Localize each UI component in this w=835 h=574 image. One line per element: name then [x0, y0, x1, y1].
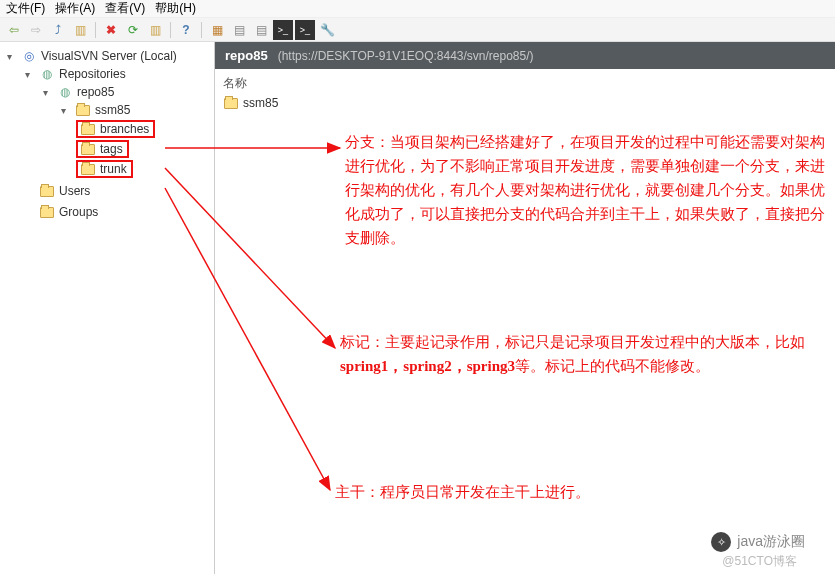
content-title: repo85	[225, 48, 268, 63]
folder-icon	[80, 142, 96, 156]
tool-button[interactable]: 🔧	[317, 20, 337, 40]
tree-branches[interactable]: branches	[76, 120, 155, 138]
folder-icon	[39, 205, 55, 219]
help-button[interactable]: ?	[176, 20, 196, 40]
refresh-button[interactable]: ⟳	[123, 20, 143, 40]
sidebar-tree: ▾ ◎ VisualSVN Server (Local) ▾ ◍ Reposit…	[0, 42, 215, 574]
content-url: (https://DESKTOP-91V1EOQ:8443/svn/repo85…	[278, 49, 534, 63]
annotation-branches: 分支：当项目架构已经搭建好了，在项目开发的过程中可能还需要对架构进行优化，为了不…	[345, 130, 825, 250]
tree-tags-label: tags	[100, 142, 123, 156]
expand-icon: ▾	[7, 51, 17, 62]
folder-icon	[39, 184, 55, 198]
list-item-label: ssm85	[243, 96, 278, 110]
console1-button[interactable]: >_	[273, 20, 293, 40]
menu-help[interactable]: 帮助(H)	[155, 0, 196, 17]
ext3-button[interactable]: ▤	[251, 20, 271, 40]
watermark-source: @51CTO博客	[722, 553, 797, 570]
tree-root[interactable]: ▾ ◎ VisualSVN Server (Local)	[4, 48, 180, 64]
folder-icon	[80, 122, 96, 136]
tree-trunk-label: trunk	[100, 162, 127, 176]
folder2-button[interactable]: ▥	[145, 20, 165, 40]
list-item[interactable]: ssm85	[215, 94, 835, 112]
content-titlebar: repo85 (https://DESKTOP-91V1EOQ:8443/svn…	[215, 42, 835, 69]
repo-icon: ◍	[57, 85, 73, 99]
tree-root-label: VisualSVN Server (Local)	[41, 49, 177, 63]
expand-icon: ▾	[43, 87, 53, 98]
wechat-icon: ✧	[711, 532, 731, 552]
tree-repo[interactable]: ▾ ◍ repo85	[40, 84, 117, 100]
nav-forward-button[interactable]: ⇨	[26, 20, 46, 40]
tree-trunk[interactable]: trunk	[76, 160, 133, 178]
toolbar-separator	[95, 22, 96, 38]
list-header[interactable]: 名称	[215, 69, 835, 94]
expand-icon: ▾	[25, 69, 35, 80]
folder-icon	[75, 103, 91, 117]
ext2-button[interactable]: ▤	[229, 20, 249, 40]
menu-view[interactable]: 查看(V)	[105, 0, 145, 17]
tree-repositories-label: Repositories	[59, 67, 126, 81]
toolbar-separator	[170, 22, 171, 38]
tree-repositories[interactable]: ▾ ◍ Repositories	[22, 66, 129, 82]
menu-bar: 文件(F) 操作(A) 查看(V) 帮助(H)	[0, 0, 835, 18]
tree-groups[interactable]: Groups	[22, 204, 101, 220]
tree-project-label: ssm85	[95, 103, 130, 117]
menu-file[interactable]: 文件(F)	[6, 0, 45, 17]
nav-up-button[interactable]: ⤴	[48, 20, 68, 40]
folder-icon	[223, 96, 239, 110]
watermark-wechat: ✧ java游泳圈	[711, 532, 805, 552]
ext1-button[interactable]: ▦	[207, 20, 227, 40]
tree-project[interactable]: ▾ ssm85	[58, 102, 133, 118]
delete-button[interactable]: ✖	[101, 20, 121, 40]
nav-back-button[interactable]: ⇦	[4, 20, 24, 40]
tree-users[interactable]: Users	[22, 183, 93, 199]
tree-repo-label: repo85	[77, 85, 114, 99]
console2-button[interactable]: >_	[295, 20, 315, 40]
toolbar-separator	[201, 22, 202, 38]
menu-operate[interactable]: 操作(A)	[55, 0, 95, 17]
tree-groups-label: Groups	[59, 205, 98, 219]
folder-icon	[80, 162, 96, 176]
tree-tags[interactable]: tags	[76, 140, 129, 158]
server-icon: ◎	[21, 49, 37, 63]
repositories-icon: ◍	[39, 67, 55, 81]
tree-branches-label: branches	[100, 122, 149, 136]
tree-users-label: Users	[59, 184, 90, 198]
annotation-trunk: 主干：程序员日常开发在主干上进行。	[335, 480, 815, 504]
annotation-tags: 标记：主要起记录作用，标记只是记录项目开发过程中的大版本，比如spring1，s…	[340, 330, 825, 378]
expand-icon: ▾	[61, 105, 71, 116]
toolbar: ⇦ ⇨ ⤴ ▥ ✖ ⟳ ▥ ? ▦ ▤ ▤ >_ >_ 🔧	[0, 18, 835, 42]
folder-button[interactable]: ▥	[70, 20, 90, 40]
